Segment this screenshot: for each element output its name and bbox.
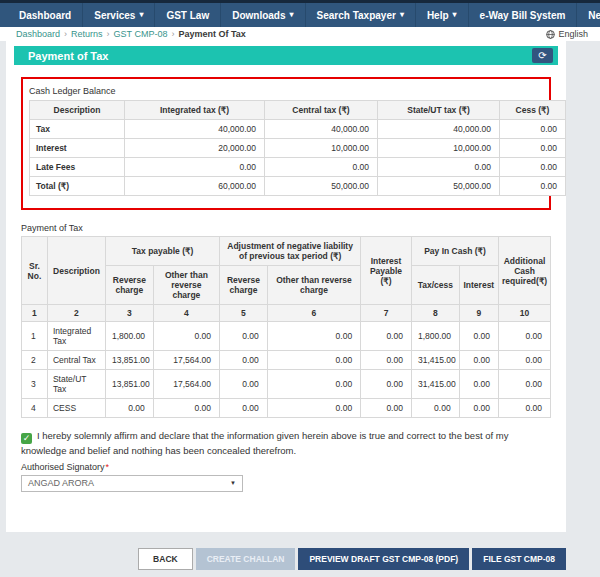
nav-item-dashboard[interactable]: Dashboard — [8, 3, 83, 27]
breadcrumb-current: Payment Of Tax — [178, 29, 245, 39]
caret-down-icon: ▾ — [139, 11, 143, 19]
cell-value: 0.00 — [500, 120, 566, 139]
language-switcher[interactable]: English — [546, 29, 588, 39]
column-subheader: Interest — [459, 266, 498, 305]
cell-value: 31,415.00 — [411, 370, 459, 399]
payment-table-label: Payment of Tax — [21, 223, 551, 233]
preview-draft-button[interactable]: PREVIEW DRAFT GST CMP-08 (PDF) — [298, 548, 469, 570]
refresh-icon: ⟳ — [538, 50, 546, 61]
cell-sr-no: 1 — [22, 322, 48, 351]
column-subheader: Other than reverse charge — [267, 266, 360, 305]
cell-value: 0.00 — [361, 322, 412, 351]
cell-value: 40,000.00 — [265, 120, 378, 139]
cell-value: 0.00 — [361, 351, 412, 370]
cell-value: 0.00 — [153, 399, 219, 418]
nav-item-label: GST Law — [166, 10, 209, 21]
payment-table: Sr. No. Description Tax payable (₹) Adju… — [21, 236, 551, 418]
cell-value: 20,000.00 — [125, 139, 265, 158]
cell-sr-no: 4 — [22, 399, 48, 418]
column-number: 7 — [361, 305, 412, 322]
column-number: 5 — [220, 305, 268, 322]
required-asterisk: * — [106, 462, 110, 472]
breadcrumb-link-dashboard[interactable]: Dashboard — [16, 29, 60, 39]
nav-item-help[interactable]: Help▾ — [416, 3, 469, 27]
nav-item-search-taxpayer[interactable]: Search Taxpayer▾ — [306, 3, 416, 27]
column-number: 3 — [106, 305, 154, 322]
cell-value: 0.00 — [220, 351, 268, 370]
nav-item-label: Dashboard — [19, 10, 71, 21]
page-title: Payment of Tax — [28, 50, 109, 62]
caret-down-icon: ▾ — [453, 11, 457, 19]
cell-value: 13,851.00 — [106, 351, 154, 370]
breadcrumb-link-returns[interactable]: Returns — [71, 29, 103, 39]
globe-icon — [546, 30, 555, 39]
cell-value: 1,800.00 — [411, 322, 459, 351]
cell-value: 1,800.00 — [106, 322, 154, 351]
caret-down-icon: ▾ — [400, 11, 404, 19]
cell-value: 0.00 — [459, 351, 498, 370]
breadcrumb: Dashboard›Returns›GST CMP-08›Payment Of … — [16, 29, 246, 39]
cell-description: Integrated Tax — [47, 322, 105, 351]
create-challan-button[interactable]: CREATE CHALLAN — [196, 548, 296, 570]
breadcrumb-link-gst-cmp-08[interactable]: GST CMP-08 — [114, 29, 168, 39]
check-icon: ✓ — [23, 434, 31, 443]
column-subheader: Other than reverse charge — [153, 266, 219, 305]
column-number: 9 — [459, 305, 498, 322]
file-button[interactable]: FILE GST CMP-08 — [472, 548, 566, 570]
cell-value: 0.00 — [125, 158, 265, 177]
nav-item-services[interactable]: Services▾ — [83, 3, 155, 27]
signatory-select[interactable]: ANGAD ARORA ▼ — [21, 475, 243, 492]
signatory-row: ANGAD ARORA ▼ — [21, 475, 551, 492]
row-label: Tax — [30, 120, 125, 139]
nav-item-downloads[interactable]: Downloads▾ — [221, 3, 305, 27]
column-header: Description — [47, 237, 105, 305]
action-buttons: BACK CREATE CHALLAN PREVIEW DRAFT GST CM… — [6, 548, 566, 570]
column-number: 1 — [22, 305, 48, 322]
column-header: Adjustment of negative liability of prev… — [220, 237, 361, 266]
column-header: Additional Cash required(₹) — [499, 237, 551, 305]
cell-description: CESS — [47, 399, 105, 418]
cell-value: 0.00 — [265, 158, 378, 177]
column-subheader: Tax/cess — [411, 266, 459, 305]
cell-value: 60,000.00 — [125, 177, 265, 196]
nav-item-label: Help — [427, 10, 449, 21]
cell-value: 50,000.00 — [265, 177, 378, 196]
cash-ledger-table: DescriptionIntegrated tax (₹)Central tax… — [29, 100, 566, 196]
page-header: Payment of Tax ⟳ — [14, 46, 558, 65]
cell-value: 0.00 — [411, 399, 459, 418]
declaration: ✓I hereby solemnly affirm and declare th… — [21, 429, 551, 458]
table-row: Total (₹)60,000.0050,000.0050,000.000.00 — [30, 177, 566, 196]
nav-item-new-return-trial[interactable]: New Return (Trial)▾ — [577, 3, 600, 27]
refresh-button[interactable]: ⟳ — [532, 48, 553, 63]
nav-item-e-way-bill-system[interactable]: e-Way Bill System — [469, 3, 578, 27]
cell-value: 0.00 — [361, 399, 412, 418]
nav-item-label: e-Way Bill System — [480, 10, 566, 21]
column-number: 6 — [267, 305, 360, 322]
nav-item-gst-law[interactable]: GST Law — [155, 3, 221, 27]
cash-ledger-label: Cash Ledger Balance — [29, 86, 543, 96]
cell-value: 10,000.00 — [378, 139, 500, 158]
declaration-checkbox[interactable]: ✓ — [21, 433, 32, 444]
cell-value: 31,415.00 — [411, 351, 459, 370]
cell-value: 10,000.00 — [265, 139, 378, 158]
cell-value: 50,000.00 — [378, 177, 500, 196]
content-panel: Payment of Tax ⟳ Cash Ledger Balance Des… — [6, 41, 566, 532]
signatory-label: Authorised Signatory — [21, 462, 105, 472]
row-label: Late Fees — [30, 158, 125, 177]
cell-value: 0.00 — [267, 399, 360, 418]
column-header: Pay In Cash (₹) — [411, 237, 498, 266]
cell-value: 0.00 — [459, 322, 498, 351]
cash-ledger-section: Cash Ledger Balance DescriptionIntegrate… — [21, 77, 551, 210]
column-header: Cess (₹) — [500, 101, 566, 120]
table-row: 1Integrated Tax1,800.000.000.000.000.001… — [22, 322, 551, 351]
table-row: Tax40,000.0040,000.0040,000.000.00 — [30, 120, 566, 139]
cell-value: 0.00 — [267, 351, 360, 370]
cell-value: 0.00 — [267, 370, 360, 399]
back-button[interactable]: BACK — [138, 548, 193, 570]
cell-value: 0.00 — [499, 351, 551, 370]
table-row: 4CESS0.000.000.000.000.000.000.000.00 — [22, 399, 551, 418]
cell-value: 0.00 — [459, 399, 498, 418]
cell-value: 0.00 — [500, 158, 566, 177]
cell-value: 40,000.00 — [125, 120, 265, 139]
nav-item-label: New Return (Trial) — [588, 10, 600, 21]
